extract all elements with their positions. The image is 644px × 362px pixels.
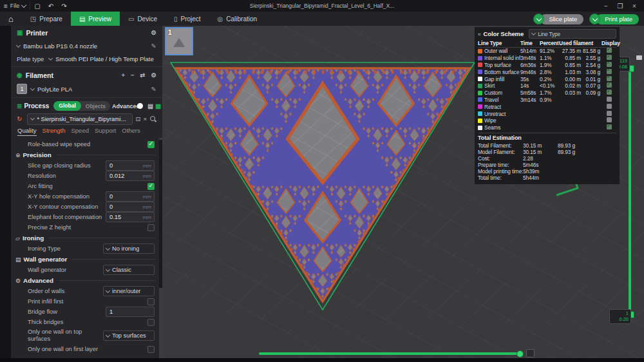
redo-button[interactable]: ↷ bbox=[57, 0, 70, 12]
undo-button[interactable]: ↶ bbox=[44, 0, 57, 12]
tab-device[interactable]: ▭Device bbox=[120, 12, 166, 26]
move-slider-end-badge[interactable] bbox=[526, 349, 535, 357]
wall-icon: ▤ bbox=[15, 256, 21, 263]
checkbox[interactable] bbox=[147, 298, 155, 305]
tab-strength[interactable]: Strength bbox=[43, 127, 66, 134]
collapse-icon[interactable]: ≈ bbox=[478, 31, 480, 37]
dropdown-value: inner/outer bbox=[112, 288, 140, 294]
input-field[interactable]: 0mm bbox=[106, 160, 155, 171]
calibration-icon: ◎ bbox=[218, 15, 223, 23]
edit-printer-icon[interactable]: ✎ bbox=[151, 43, 156, 50]
display-checkbox[interactable] bbox=[607, 82, 612, 88]
close-button[interactable]: × bbox=[627, 3, 641, 10]
plate-type-select[interactable]: Smooth PEI Plate / High Temp Plate bbox=[49, 55, 156, 62]
display-checkbox[interactable] bbox=[607, 104, 612, 109]
dropdown[interactable]: Classic bbox=[103, 265, 155, 275]
checkbox[interactable] bbox=[147, 319, 155, 326]
process-scope-switch[interactable]: Global Objects bbox=[53, 101, 110, 111]
tab-support[interactable]: Support bbox=[95, 127, 116, 134]
plate-thumbnail[interactable]: 1 bbox=[165, 27, 193, 55]
move-slider-track[interactable] bbox=[259, 352, 523, 355]
tab-speed[interactable]: Speed bbox=[71, 127, 89, 134]
plate-number: 1 bbox=[168, 29, 172, 36]
line-type-swatch bbox=[478, 62, 482, 67]
minimize-button[interactable]: − bbox=[599, 3, 613, 10]
hamburger-icon: ≡ bbox=[4, 3, 8, 10]
maximize-button[interactable]: ❐ bbox=[613, 3, 627, 10]
display-checkbox[interactable] bbox=[607, 117, 612, 122]
input-field[interactable]: 1 bbox=[106, 307, 155, 317]
display-checkbox[interactable] bbox=[607, 76, 612, 81]
param-label: Print infill first bbox=[28, 298, 147, 305]
edit-filament-icon[interactable]: ✎ bbox=[151, 86, 156, 93]
tab-others[interactable]: Others bbox=[122, 127, 140, 134]
param-row: Only one wall on top surfacesTop surface… bbox=[11, 327, 162, 344]
input-field[interactable]: 0mm bbox=[106, 202, 155, 212]
move-slider-handle[interactable] bbox=[516, 350, 524, 357]
file-menu[interactable]: ≡ File bbox=[0, 0, 30, 12]
checkbox[interactable] bbox=[147, 183, 155, 190]
new-project-button[interactable]: ▢ bbox=[30, 0, 44, 12]
advanced-icon: ⚙ bbox=[15, 278, 21, 284]
add-filament-button[interactable]: + bbox=[121, 71, 125, 79]
line-type-label: Top surface bbox=[484, 62, 511, 68]
dropdown[interactable]: No ironing bbox=[103, 243, 155, 254]
estimation-value: 2.28 bbox=[523, 155, 558, 162]
search-icon[interactable] bbox=[149, 115, 156, 122]
home-button[interactable]: ⌂ bbox=[0, 14, 22, 24]
tab-calibration[interactable]: ◎Calibration bbox=[209, 12, 266, 26]
time-value: 3m14s bbox=[520, 97, 540, 103]
estimation-label: Prepare time: bbox=[478, 162, 523, 168]
filament-preset-select[interactable]: PolyLite PLA bbox=[31, 86, 147, 93]
filament-settings-gear-icon[interactable]: ⚙ bbox=[151, 71, 156, 79]
sidebar-scrollbar[interactable] bbox=[159, 138, 162, 358]
display-checkbox[interactable] bbox=[607, 124, 612, 129]
scope-objects[interactable]: Objects bbox=[81, 103, 110, 110]
parameter-list-icon[interactable]: ▤ bbox=[147, 102, 153, 110]
tab-quality[interactable]: Quality bbox=[17, 127, 37, 136]
tab-prepare[interactable]: ◳Prepare bbox=[22, 12, 71, 26]
layer-slider-track[interactable] bbox=[629, 68, 631, 314]
input-field[interactable]: 0.012mm bbox=[106, 171, 155, 181]
display-checkbox[interactable] bbox=[607, 111, 612, 116]
checkbox[interactable] bbox=[147, 141, 155, 148]
print-plate-button[interactable]: Print plate bbox=[589, 14, 639, 24]
line-type-label: Outer wall bbox=[484, 48, 507, 54]
slice-plate-button[interactable]: Slice plate bbox=[533, 14, 583, 24]
redo-icon: ↷ bbox=[61, 3, 66, 10]
display-checkbox[interactable] bbox=[607, 69, 612, 74]
delete-preset-icon[interactable]: × bbox=[143, 115, 147, 122]
printer-settings-gear-icon[interactable]: ⚙ bbox=[151, 29, 156, 36]
tab-project[interactable]: ▯Project bbox=[166, 12, 209, 26]
title-bar: ≡ File ▢ ↶ ↷ Sierpinski_Triangular_Bipyr… bbox=[0, 0, 644, 12]
new-file-icon: ▢ bbox=[34, 3, 40, 10]
filament-meters: 0.85 m bbox=[559, 55, 582, 61]
dropdown[interactable]: inner/outer bbox=[103, 286, 155, 296]
printer-preset-select[interactable]: Bambu Lab P1S 0.4 nozzle bbox=[17, 43, 147, 50]
scrollbar-thumb[interactable] bbox=[159, 140, 162, 288]
scope-global[interactable]: Global bbox=[53, 101, 80, 111]
process-preset-select[interactable]: * Sierpinski_Triangular_Bipyramid_Fracta… bbox=[27, 113, 133, 125]
input-field[interactable]: 0mm bbox=[106, 191, 155, 202]
input-field[interactable]: 0.15mm bbox=[106, 212, 155, 222]
tab-preview[interactable]: ▤Preview bbox=[71, 12, 120, 26]
display-checkbox[interactable] bbox=[607, 90, 612, 95]
view-mode-select[interactable]: Line Type bbox=[529, 29, 616, 39]
line-type-label: Skirt bbox=[484, 82, 495, 89]
checkbox[interactable] bbox=[147, 346, 155, 353]
filament-grams: 3.08 g bbox=[582, 69, 601, 75]
display-checkbox[interactable] bbox=[607, 48, 612, 53]
param-row: Resolution0.012mm bbox=[11, 171, 162, 181]
dropdown[interactable]: Top surfaces bbox=[103, 330, 155, 341]
compare-presets-icon[interactable]: ▦ bbox=[155, 102, 161, 110]
display-checkbox[interactable] bbox=[607, 97, 612, 102]
display-checkbox[interactable] bbox=[607, 62, 612, 67]
param-row: Wall generatorClassic bbox=[11, 265, 162, 275]
reset-preset-icon[interactable]: ↻ bbox=[17, 115, 22, 122]
display-checkbox[interactable] bbox=[607, 55, 612, 60]
save-preset-icon[interactable]: ⊡ bbox=[135, 115, 140, 122]
filament-swap-icon[interactable]: ⇄ bbox=[140, 71, 146, 79]
remove-filament-button[interactable]: − bbox=[131, 71, 135, 79]
home-icon: ⌂ bbox=[8, 14, 14, 24]
checkbox[interactable] bbox=[147, 224, 155, 231]
